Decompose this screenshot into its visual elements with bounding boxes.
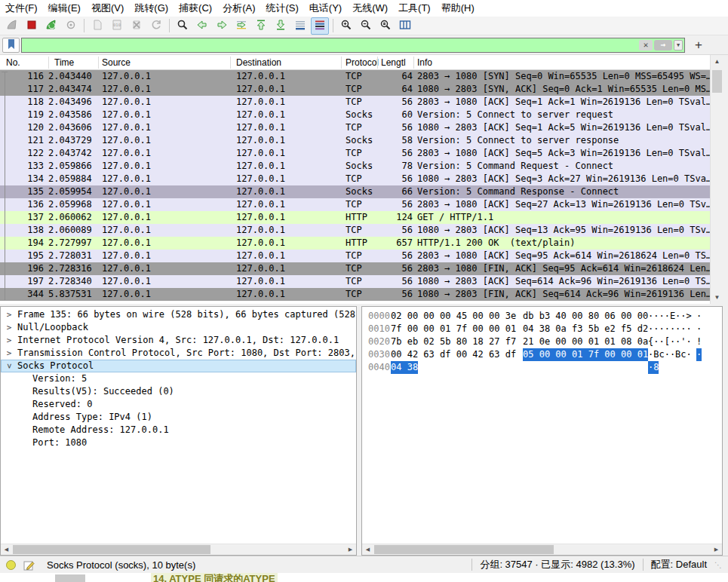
packet-row[interactable]: 1352.059954127.0.0.1127.0.0.1Socks66Vers…: [0, 185, 710, 198]
packet-row[interactable]: 1952.728031127.0.0.1127.0.0.1TCP562803 →…: [0, 250, 710, 262]
find-packet-button[interactable]: [174, 17, 192, 35]
go-forward-button[interactable]: [213, 17, 231, 35]
packet-row[interactable]: 1372.060062127.0.0.1127.0.0.1HTTP124GET …: [0, 211, 710, 224]
scrollbar-thumb[interactable]: [712, 70, 722, 93]
column-separator[interactable]: [48, 57, 49, 69]
auto-scroll-button[interactable]: [291, 17, 309, 35]
detail-row[interactable]: Reserved: 0: [1, 398, 356, 411]
go-to-packet-button[interactable]: [232, 17, 250, 35]
expand-arrow-icon[interactable]: >: [5, 334, 14, 347]
menu-wireless[interactable]: 无线(W): [347, 0, 393, 17]
hex-row[interactable]: 000002 00 00 00 45 00 00 3edb b3 40 00 8…: [362, 310, 722, 323]
menu-view[interactable]: 视图(V): [86, 0, 129, 17]
detail-row[interactable]: Remote Address: 127.0.0.1: [1, 424, 356, 436]
zoom-out-button[interactable]: [357, 17, 375, 35]
go-to-top-button[interactable]: [252, 17, 270, 35]
hex-row[interactable]: 00107f 00 00 01 7f 00 00 0104 38 0a f3 5…: [362, 323, 722, 335]
packet-row[interactable]: 1182.043496127.0.0.1127.0.0.1TCP562803 →…: [0, 96, 710, 109]
menu-go[interactable]: 跳转(G): [129, 0, 174, 17]
save-file-button[interactable]: 010: [108, 17, 126, 35]
packet-row[interactable]: 3445.837531127.0.0.1127.0.0.1TCP561080 →…: [0, 288, 710, 301]
packet-row[interactable]: 1362.059968127.0.0.1127.0.0.1TCP562803 →…: [0, 198, 710, 211]
packet-row[interactable]: 1162.043440127.0.0.1127.0.0.1TCP642803 →…: [0, 70, 710, 83]
go-back-button[interactable]: [193, 17, 211, 35]
detail-row[interactable]: Address Type: IPv4 (1): [1, 411, 356, 424]
detail-row[interactable]: >Internet Protocol Version 4, Src: 127.0…: [1, 334, 356, 347]
packet-row[interactable]: 1212.043729127.0.0.1127.0.0.1Socks58Vers…: [0, 134, 710, 147]
expand-arrow-icon[interactable]: >: [5, 308, 14, 321]
detail-row[interactable]: Port: 1080: [1, 436, 356, 449]
detail-row[interactable]: >Null/Loopback: [1, 321, 356, 334]
menu-edit[interactable]: 编辑(E): [43, 0, 86, 17]
bytes-hscrollbar[interactable]: ◀ ▶: [362, 544, 722, 555]
filter-clear-button[interactable]: ✕: [639, 40, 653, 51]
status-profile[interactable]: 配置: Default: [643, 559, 714, 571]
menu-tools[interactable]: 工具(T): [393, 0, 436, 17]
zoom-reset-button[interactable]: [376, 17, 395, 35]
packet-row[interactable]: 1972.728340127.0.0.1127.0.0.1TCP561080 →…: [0, 275, 710, 288]
packet-list-vscrollbar[interactable]: ▲ ▼: [710, 55, 723, 304]
scroll-down-icon[interactable]: ▼: [711, 291, 723, 304]
menu-telephony[interactable]: 电话(Y): [304, 0, 347, 17]
filter-bookmark-button[interactable]: [2, 38, 20, 53]
expert-info-icon[interactable]: [6, 560, 16, 570]
expand-arrow-icon[interactable]: >: [5, 321, 14, 334]
filter-add-button[interactable]: +: [691, 38, 706, 53]
column-header-time[interactable]: Time: [54, 55, 74, 70]
column-header-lengtl[interactable]: Lengtl: [381, 55, 406, 70]
detail-row[interactable]: >Socks Protocol: [1, 360, 356, 372]
detail-row[interactable]: Version: 5: [1, 372, 356, 385]
column-separator[interactable]: [98, 57, 99, 69]
hex-row[interactable]: 003000 42 63 df 00 42 63 df05 00 00 01 7…: [362, 348, 722, 361]
scrollbar-thumb[interactable]: [374, 545, 554, 554]
zoom-in-button[interactable]: [337, 17, 355, 35]
column-header-info[interactable]: Info: [417, 55, 432, 70]
restart-capture-button[interactable]: [42, 17, 60, 35]
detail-row[interactable]: >Frame 135: 66 bytes on wire (528 bits),…: [1, 308, 356, 321]
packet-row[interactable]: 1962.728316127.0.0.1127.0.0.1TCP562803 →…: [0, 262, 710, 275]
scroll-up-icon[interactable]: ▲: [711, 55, 723, 68]
capture-comment-icon[interactable]: [23, 559, 35, 571]
close-capture-button[interactable]: [127, 17, 146, 35]
open-file-button[interactable]: [88, 17, 106, 35]
resize-columns-button[interactable]: [396, 17, 414, 35]
details-hscrollbar[interactable]: ◀ ▶: [1, 544, 356, 555]
detail-row[interactable]: >Transmission Control Protocol, Src Port…: [1, 347, 356, 360]
go-to-bottom-button[interactable]: [272, 17, 290, 35]
hex-row[interactable]: 00207b eb 02 5b 80 18 27 f721 0e 00 00 0…: [362, 335, 722, 348]
packet-row[interactable]: 1202.043606127.0.0.1127.0.0.1TCP561080 →…: [0, 121, 710, 134]
filter-dropdown-button[interactable]: ▼: [674, 40, 683, 51]
resize-grip-icon[interactable]: ⋱: [714, 561, 725, 569]
packet-row[interactable]: 1942.727997127.0.0.1127.0.0.1HTTP657HTTP…: [0, 237, 710, 250]
column-header-protocol[interactable]: Protocol: [346, 55, 379, 70]
packet-row[interactable]: 1192.043586127.0.0.1127.0.0.1Socks60Vers…: [0, 109, 710, 121]
scroll-left-icon[interactable]: ◀: [1, 544, 12, 555]
expand-arrow-icon[interactable]: >: [5, 347, 14, 360]
packet-row[interactable]: 1382.060089127.0.0.1127.0.0.1TCP561080 →…: [0, 224, 710, 237]
menu-help[interactable]: 帮助(H): [436, 0, 480, 17]
column-separator[interactable]: [230, 57, 231, 69]
stop-capture-button[interactable]: [23, 17, 41, 35]
display-filter-input[interactable]: tcp.port == 1080 ✕ → ▼: [21, 38, 685, 53]
scroll-right-icon[interactable]: ▶: [711, 544, 722, 555]
packet-list-header[interactable]: No.TimeSourceDestinationProtocolLengtlIn…: [0, 55, 710, 70]
start-capture-button[interactable]: [3, 17, 21, 35]
scroll-left-icon[interactable]: ◀: [362, 544, 373, 555]
column-header-destination[interactable]: Destination: [236, 55, 281, 70]
packet-row[interactable]: 1222.043742127.0.0.1127.0.0.1TCP562803 →…: [0, 147, 710, 160]
column-separator[interactable]: [341, 57, 342, 69]
packet-row[interactable]: 1332.059866127.0.0.1127.0.0.1Socks78Vers…: [0, 160, 710, 173]
menu-capture[interactable]: 捕获(C): [174, 0, 217, 17]
scrollbar-thumb[interactable]: [13, 545, 210, 554]
column-header-source[interactable]: Source: [102, 55, 131, 70]
collapse-arrow-icon[interactable]: >: [3, 362, 16, 371]
packet-row[interactable]: 1342.059884127.0.0.1127.0.0.1TCP561080 →…: [0, 173, 710, 185]
menu-statistics[interactable]: 统计(S): [260, 0, 303, 17]
filter-apply-button[interactable]: →: [654, 40, 672, 51]
capture-options-button[interactable]: [62, 17, 80, 35]
column-separator[interactable]: [377, 57, 378, 69]
detail-row[interactable]: Results(V5): Succeeded (0): [1, 385, 356, 398]
packet-row[interactable]: 1172.043474127.0.0.1127.0.0.1TCP641080 →…: [0, 83, 710, 96]
menu-analyze[interactable]: 分析(A): [217, 0, 260, 17]
reload-file-button[interactable]: [147, 17, 165, 35]
